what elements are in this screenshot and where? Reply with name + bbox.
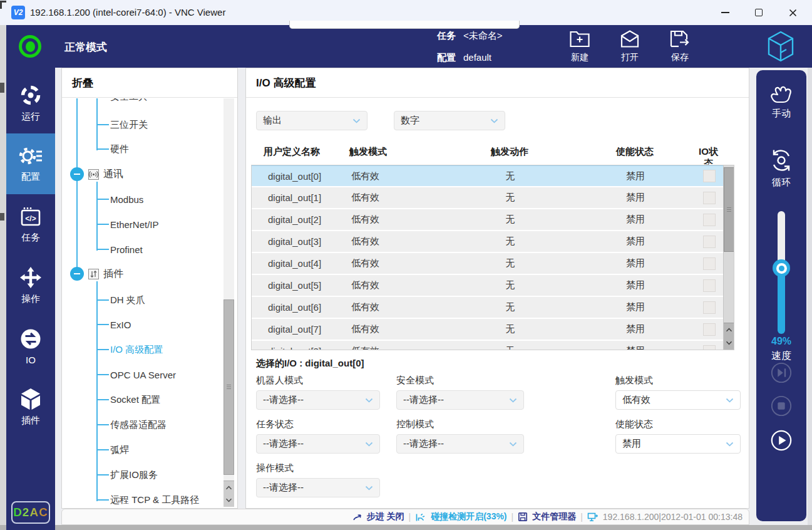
scroll-down-button[interactable] xyxy=(724,336,734,350)
updown-arrows-icon xyxy=(88,269,99,279)
stop-button[interactable] xyxy=(770,395,793,417)
enable-state-select[interactable]: 禁用 xyxy=(615,434,741,454)
config-value: default xyxy=(463,52,491,63)
play-icon xyxy=(770,429,793,452)
tree-item-modbus[interactable]: Modbus xyxy=(62,187,222,212)
table-row[interactable]: digital_out[6]低有效 无禁用 xyxy=(252,297,723,319)
new-button-label: 新建 xyxy=(560,52,600,63)
step-mode-status[interactable]: 步进 关闭 xyxy=(367,511,404,522)
table-row[interactable]: digital_out[3]低有效 无禁用 xyxy=(252,231,723,253)
tree-item-dh-gripper[interactable]: DH 夹爪 xyxy=(62,288,222,313)
tree-scrollbar[interactable] xyxy=(224,98,234,507)
minimize-button[interactable] xyxy=(708,0,742,25)
nav-item-label: 插件 xyxy=(21,415,40,427)
table-row[interactable]: digital_out[5]低有效 无禁用 xyxy=(252,275,723,297)
file-manager-link[interactable]: 文件管理器 xyxy=(532,511,576,522)
io-state-checkbox[interactable] xyxy=(703,192,716,204)
table-row[interactable]: digital_out[7]低有效 无禁用 xyxy=(252,319,723,341)
collapse-button[interactable]: 折叠 xyxy=(62,68,237,98)
io-state-checkbox[interactable] xyxy=(703,279,716,292)
control-mode-field: 控制模式 --请选择-- xyxy=(396,418,524,454)
vnc-toolbar-tab[interactable] xyxy=(289,21,520,29)
control-mode-select[interactable]: --请选择-- xyxy=(396,434,524,454)
tree-item-extended-io-service[interactable]: 扩展IO服务 xyxy=(62,462,222,487)
nav-item-operate[interactable]: 操作 xyxy=(6,255,55,316)
robot-mode-select[interactable]: --请选择-- xyxy=(256,390,380,410)
background-artifact xyxy=(0,83,4,93)
tree-item-opc-ua-server[interactable]: OPC UA Server xyxy=(62,362,222,387)
tree-group-communication[interactable]: 通讯 xyxy=(62,162,222,187)
nav-item-run[interactable]: 运行 xyxy=(6,73,55,133)
manual-mode-button[interactable] xyxy=(756,83,806,108)
table-row[interactable]: digital_out[0]低有效 无禁用 xyxy=(252,165,723,187)
table-row[interactable]: digital_out[4]低有效 无禁用 xyxy=(252,253,723,275)
speed-slider-fill[interactable] xyxy=(778,269,785,334)
open-button[interactable]: 打开 xyxy=(610,29,650,63)
nav-item-task[interactable]: </> 任务 xyxy=(6,194,55,255)
connection-info: 192.168.1.200|2012-01-01 00:13:48 xyxy=(603,512,743,522)
table-scrollbar-thumb[interactable] xyxy=(724,167,734,252)
collision-detect-status[interactable]: 碰撞检测开启(33%) xyxy=(431,511,506,522)
io-type-select[interactable]: 数字 xyxy=(394,111,505,130)
background-artifact xyxy=(0,1,6,9)
nav-item-io[interactable]: IO xyxy=(6,316,55,377)
cycle-arrows-icon xyxy=(768,148,794,173)
collapse-toggle-icon[interactable] xyxy=(70,267,84,281)
io-state-checkbox[interactable] xyxy=(703,236,716,248)
speed-slider-thumb[interactable] xyxy=(773,259,790,277)
chevron-down-icon xyxy=(509,442,517,447)
tree-scrollbar-thumb[interactable] xyxy=(224,299,234,475)
io-state-checkbox[interactable] xyxy=(703,345,716,351)
io-state-checkbox[interactable] xyxy=(703,214,716,226)
scroll-up-button[interactable] xyxy=(224,481,234,494)
collapse-toggle-icon[interactable] xyxy=(70,167,84,181)
tree-group-plugin[interactable]: 插件 xyxy=(62,261,222,286)
io-state-checkbox[interactable] xyxy=(703,301,716,314)
maximize-button[interactable] xyxy=(742,0,776,25)
operation-mode-select[interactable]: --请选择-- xyxy=(256,478,380,497)
trigger-mode-select[interactable]: 低有效 xyxy=(615,390,741,410)
nav-item-config[interactable]: 配置 xyxy=(6,133,55,194)
tree-item-sensor-adapter[interactable]: 传感器适配器 xyxy=(62,412,222,437)
io-state-checkbox[interactable] xyxy=(703,323,716,336)
scroll-up-button[interactable] xyxy=(724,323,734,336)
step-forward-button[interactable] xyxy=(770,361,793,384)
code-window-icon: </> xyxy=(20,206,41,227)
io-advanced-config-panel: I/O 高级配置 输出 数字 用户定义名称 触发模式 触发动作 使能状态 IO状… xyxy=(245,68,749,509)
chevron-down-icon xyxy=(365,442,373,447)
close-button[interactable] xyxy=(776,0,809,25)
new-button[interactable]: 新建 xyxy=(560,29,600,63)
nav-item-plugin[interactable]: 插件 xyxy=(6,377,55,437)
play-button[interactable] xyxy=(770,429,793,452)
save-button[interactable]: 保存 xyxy=(660,29,700,63)
task-label: 任务 xyxy=(437,30,456,41)
table-row[interactable]: digital_out[1]低有效 无禁用 xyxy=(252,187,723,209)
tree-item-ethernet-ip[interactable]: EtherNet/IP xyxy=(62,212,222,237)
table-scrollbar[interactable] xyxy=(723,165,734,350)
table-row[interactable]: digital_out[8]低有效 无禁用 xyxy=(252,341,723,350)
io-direction-select[interactable]: 输出 xyxy=(256,111,367,130)
scroll-down-button[interactable] xyxy=(224,494,234,507)
tree-item-arc-welding[interactable]: 弧焊 xyxy=(62,437,222,462)
app-header: 正常模式 任务<未命名> 配置default 新建 打开 保存 xyxy=(0,25,812,68)
tree-item-socket-config[interactable]: Socket 配置 xyxy=(62,387,222,412)
background-artifact xyxy=(0,213,4,221)
tree-item-io-advanced-config[interactable]: I/O 高级配置 xyxy=(62,337,222,362)
safety-mode-select[interactable]: --请选择-- xyxy=(396,390,524,410)
config-tree: 安全工具 三位开关 硬件 通讯 Modbus EtherNet/IP Profi… xyxy=(62,98,237,508)
cycle-mode-label: 循环 xyxy=(756,177,806,189)
tree-item-remote-tcp-toolpath[interactable]: 远程 TCP & 工具路径 xyxy=(62,487,222,508)
tree-item-three-position-switch[interactable]: 三位开关 xyxy=(62,112,222,137)
cycle-mode-button[interactable] xyxy=(756,148,806,175)
io-state-checkbox[interactable] xyxy=(703,170,716,182)
speed-label: 速度 xyxy=(756,350,806,363)
task-state-select[interactable]: --请选择-- xyxy=(256,434,380,454)
io-state-checkbox[interactable] xyxy=(703,257,716,270)
table-row[interactable]: digital_out[2]低有效 无禁用 xyxy=(252,209,723,231)
tree-item-exio[interactable]: ExIO xyxy=(62,312,222,337)
config-row: 配置default xyxy=(437,52,491,64)
tree-item-profinet[interactable]: Profinet xyxy=(62,237,222,262)
tree-item-hardware[interactable]: 硬件 xyxy=(62,137,222,162)
tree-item-safety-tool[interactable]: 安全工具 xyxy=(62,98,222,109)
right-control-sidebar: 手动 循环 49% 速度 xyxy=(756,70,806,521)
